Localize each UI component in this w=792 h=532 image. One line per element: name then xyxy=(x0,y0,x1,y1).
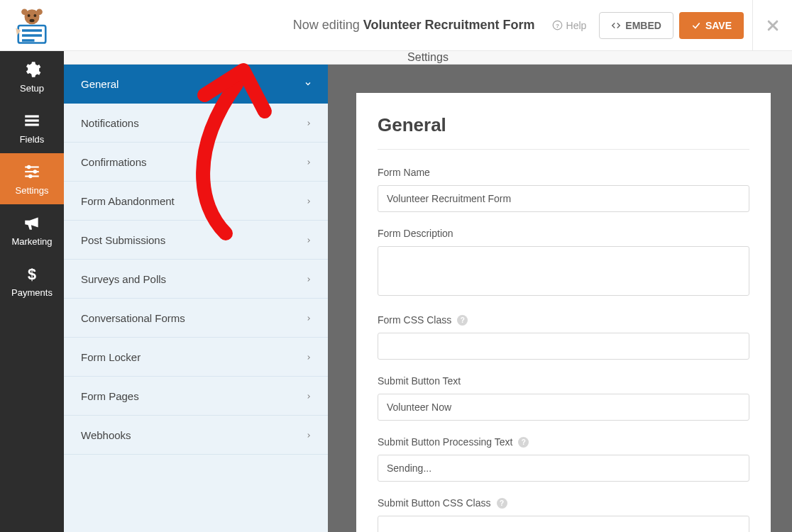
submit-button-css-class-input[interactable] xyxy=(378,516,749,532)
embed-label: EMBED xyxy=(625,20,661,31)
title-area: Now editing Volunteer Recruitment Form ?… xyxy=(64,12,752,39)
form-description-input[interactable] xyxy=(378,246,749,296)
field-group-form-css-class: Form CSS Class ? xyxy=(378,314,749,360)
brand-area xyxy=(0,6,64,45)
field-label: Form Description xyxy=(378,228,749,239)
app-body: Setup Fields Settings Marketing $ Paymen… xyxy=(0,51,792,532)
nav-item-setup[interactable]: Setup xyxy=(0,51,64,102)
settings-item-webhooks[interactable]: Webhooks xyxy=(64,416,328,455)
settings-item-label: General xyxy=(81,78,119,90)
help-icon: ? xyxy=(552,20,563,31)
svg-point-4 xyxy=(21,9,28,15)
settings-item-label: Form Locker xyxy=(81,351,141,363)
svg-point-3 xyxy=(30,18,35,21)
chevron-right-icon xyxy=(305,195,312,207)
field-label: Form Name xyxy=(378,167,749,178)
close-icon xyxy=(766,18,780,33)
field-group-submit-button-processing-text: Submit Button Processing Text ? xyxy=(378,436,749,482)
nav-label: Fields xyxy=(20,134,45,145)
nav-item-marketing[interactable]: Marketing xyxy=(0,204,64,255)
help-label: Help xyxy=(566,20,587,31)
field-label: Submit Button Text xyxy=(378,375,749,387)
nav-label: Marketing xyxy=(11,236,52,247)
submit-button-processing-text-input[interactable] xyxy=(378,455,749,482)
label-text: Submit Button Text xyxy=(378,375,461,387)
chevron-right-icon xyxy=(305,429,312,441)
settings-item-general[interactable]: General xyxy=(64,65,328,104)
nav-item-fields[interactable]: Fields xyxy=(0,102,64,153)
field-label: Submit Button CSS Class ? xyxy=(378,497,749,509)
nav-item-settings[interactable]: Settings xyxy=(0,153,64,204)
now-editing-prefix: Now editing xyxy=(293,18,360,32)
editing-form-name: Volunteer Recruitment Form xyxy=(363,18,535,32)
chevron-right-icon xyxy=(305,273,312,285)
help-tooltip-icon[interactable]: ? xyxy=(457,315,468,326)
settings-item-form-pages[interactable]: Form Pages xyxy=(64,377,328,416)
submit-button-text-input[interactable] xyxy=(378,394,749,421)
close-button[interactable] xyxy=(752,0,792,51)
panel-wrap: General Form Name Form Description xyxy=(328,65,792,532)
chevron-down-icon xyxy=(304,78,312,90)
center-header-title: Settings xyxy=(407,51,449,64)
svg-rect-13 xyxy=(25,119,39,121)
nav-label: Settings xyxy=(16,185,49,196)
nav-item-payments[interactable]: $ Payments xyxy=(0,255,64,306)
settings-item-notifications[interactable]: Notifications xyxy=(64,104,328,143)
save-button[interactable]: SAVE xyxy=(679,12,744,39)
save-label: SAVE xyxy=(705,20,732,31)
svg-point-1 xyxy=(28,14,31,17)
bullhorn-icon xyxy=(23,214,41,232)
settings-item-label: Form Abandonment xyxy=(81,195,175,207)
field-group-submit-button-text: Submit Button Text xyxy=(378,375,749,421)
settings-item-post-submissions[interactable]: Post Submissions xyxy=(64,221,328,260)
form-name-input[interactable] xyxy=(378,185,749,212)
settings-item-form-locker[interactable]: Form Locker xyxy=(64,338,328,377)
center-header: Settings xyxy=(64,51,792,65)
svg-point-16 xyxy=(27,165,31,168)
svg-rect-7 xyxy=(22,29,42,32)
settings-item-label: Confirmations xyxy=(81,156,147,168)
field-group-form-name: Form Name xyxy=(378,167,749,212)
chevron-right-icon xyxy=(305,117,312,129)
nav-label: Setup xyxy=(20,83,44,94)
svg-point-20 xyxy=(28,174,32,177)
settings-item-conversational-forms[interactable]: Conversational Forms xyxy=(64,299,328,338)
settings-item-confirmations[interactable]: Confirmations xyxy=(64,143,328,182)
settings-item-label: Surveys and Polls xyxy=(81,273,166,285)
center-pane: Settings General Notifications xyxy=(64,51,792,532)
code-icon xyxy=(611,21,621,31)
settings-item-label: Webhooks xyxy=(81,429,131,441)
nav-label: Payments xyxy=(11,287,53,298)
label-text: Form Name xyxy=(378,167,430,178)
settings-item-label: Post Submissions xyxy=(81,234,165,246)
svg-point-2 xyxy=(33,14,36,17)
settings-item-label: Form Pages xyxy=(81,390,139,402)
chevron-right-icon xyxy=(305,390,312,402)
svg-rect-9 xyxy=(22,39,35,42)
now-editing-text: Now editing Volunteer Recruitment Form xyxy=(293,18,535,33)
svg-rect-8 xyxy=(22,34,42,37)
embed-button[interactable]: EMBED xyxy=(599,12,673,39)
settings-item-surveys-and-polls[interactable]: Surveys and Polls xyxy=(64,260,328,299)
help-link[interactable]: ? Help xyxy=(552,20,587,31)
sliders-icon xyxy=(23,162,41,181)
chevron-right-icon xyxy=(305,312,312,324)
svg-point-5 xyxy=(36,9,43,15)
field-group-submit-button-css-class: Submit Button CSS Class ? xyxy=(378,497,749,532)
form-css-class-input[interactable] xyxy=(378,333,749,360)
dollar-icon: $ xyxy=(23,265,41,283)
label-text: Submit Button CSS Class xyxy=(378,497,491,509)
svg-rect-12 xyxy=(25,115,39,117)
wpforms-logo-icon xyxy=(12,6,52,45)
label-text: Form CSS Class xyxy=(378,314,451,326)
label-text: Submit Button Processing Text xyxy=(378,436,512,448)
settings-item-form-abandonment[interactable]: Form Abandonment xyxy=(64,182,328,221)
help-tooltip-icon[interactable]: ? xyxy=(497,498,507,509)
gear-icon xyxy=(23,60,41,79)
left-nav: Setup Fields Settings Marketing $ Paymen… xyxy=(0,51,64,532)
help-tooltip-icon[interactable]: ? xyxy=(518,437,529,448)
settings-item-label: Notifications xyxy=(81,117,139,129)
top-bar: Now editing Volunteer Recruitment Form ?… xyxy=(0,0,792,51)
list-icon xyxy=(23,111,41,130)
field-group-form-description: Form Description xyxy=(378,228,749,299)
